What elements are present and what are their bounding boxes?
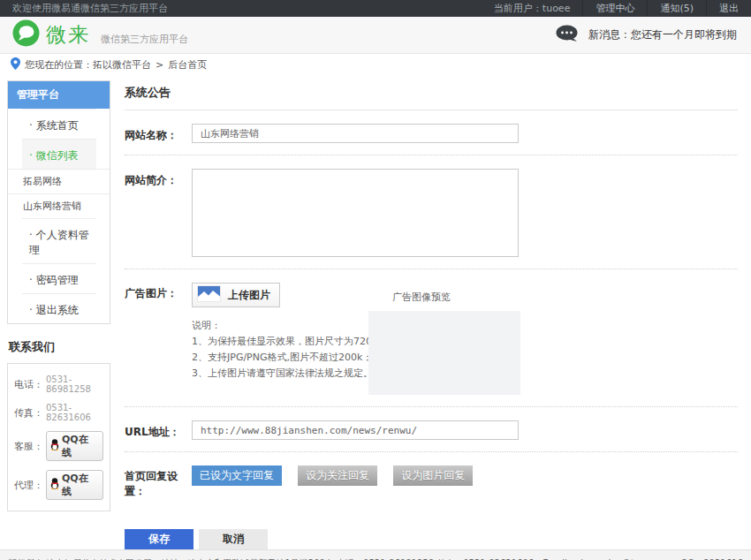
agent-qq-label: QQ在线 [62,472,97,498]
breadcrumb-prefix: 您现在的位置：拓以微信平台 [25,58,151,72]
site-intro-row: 网站简介： [125,169,738,257]
sidebar: 管理平台 系统首页 微信列表 拓易网络 山东网络营销 个人资料管理 密码管理 退… [7,80,110,511]
upload-notes: 说明： 1、为保持最佳显示效果，图片尺寸为720px*400px； 2、支持JP… [192,318,368,381]
breadcrumb: 您现在的位置：拓以微信平台 > 后台首页 [0,54,751,76]
reply-settings-row: 首页回复设置： 已设为文字回复 设为关注回复 设为图片回复 [125,465,738,499]
breadcrumb-separator: > [156,59,163,71]
logout-link[interactable]: 退出 [706,0,751,17]
sidebar-item-exit[interactable]: 退出系统 [22,293,96,323]
sidebar-subitem-shandong-marketing[interactable]: 山东网络营销 [8,193,110,218]
logo-text: 微来 [46,21,90,49]
ad-image-label: 广告图片： [125,283,192,395]
url-row: URL地址： [125,420,738,440]
site-name-input[interactable] [192,124,519,143]
topbar: 欢迎使用微易通微信第三方应用平台 当前用户：tuoee 管理中心 通知(5) 退… [0,0,751,17]
fax-label: 传真： [14,406,43,420]
form-actions: 保存 取消 [125,529,738,549]
welcome-text: 欢迎使用微易通微信第三方应用平台 [12,2,168,15]
logo-bubble-icon [12,19,40,50]
service-qq-label: QQ在线 [62,433,97,459]
fax-value: 0531-82631606 [46,403,103,422]
logo-subtitle: 微信第三方应用平台 [101,33,188,46]
site-intro-textarea[interactable] [192,169,519,257]
logo: 微来 微信第三方应用平台 [12,19,188,50]
follow-reply-button[interactable]: 设为关注回复 [298,465,377,486]
site-name-label: 网站名称： [125,124,192,143]
divider [125,269,738,269]
sidebar-menu: 管理平台 系统首页 微信列表 拓易网络 山东网络营销 个人资料管理 密码管理 退… [7,80,110,324]
ad-upload-column: 上传图片 说明： 1、为保持最佳显示效果，图片尺寸为720px*400px； 2… [192,283,368,395]
upload-image-button[interactable]: 上传图片 [192,283,280,307]
qq-penguin-icon [50,478,59,492]
note-line: 2、支持JPG/PNG格式,图片不超过200k； [192,350,368,365]
cancel-button[interactable]: 取消 [199,529,268,549]
contact-agent-row: 代理： QQ在线 [14,470,103,500]
text-reply-button[interactable]: 已设为文字回复 [192,465,282,486]
contact-title: 联系我们 [9,339,110,355]
sidebar-item-password[interactable]: 密码管理 [22,263,96,293]
reply-buttons-group: 已设为文字回复 设为关注回复 设为图片回复 [192,465,484,499]
current-user-label: 当前用户：tuoee [482,0,583,17]
contact-fax-row: 传真： 0531-82631606 [14,403,103,422]
sidebar-menu-title: 管理平台 [8,81,110,109]
phone-value: 0531-86981258 [46,375,103,394]
qq-penguin-icon [50,439,59,453]
ad-preview-box [368,311,520,395]
divider [125,155,738,155]
breadcrumb-current[interactable]: 后台首页 [168,58,207,72]
notes-title: 说明： [192,318,368,333]
topbar-links: 当前用户：tuoee 管理中心 通知(5) 退出 [482,0,751,17]
message-notice-text: 新消息：您还有一个月即将到期 [588,27,737,42]
divider [125,406,738,407]
reply-settings-label: 首页回复设置： [125,465,192,499]
note-line: 3、上传图片请遵守国家法律法规之规定。 [192,366,368,381]
sidebar-subitem-tuoyi-network[interactable]: 拓易网络 [8,169,110,193]
page-title: 系统公告 [125,85,738,110]
ad-preview-column: 广告图像预览 [368,283,520,395]
sidebar-item-wechat-list[interactable]: 微信列表 [22,139,96,169]
chat-bubble-icon [556,25,580,46]
notifications-link[interactable]: 通知(5) [647,0,706,17]
note-line: 1、为保持最佳显示效果，图片尺寸为720px*400px； [192,334,368,349]
url-input[interactable] [192,420,519,440]
service-qq-button[interactable]: QQ在线 [46,431,103,461]
main-panel: 系统公告 网站名称： 网站简介： 广告图片： [125,76,738,549]
divider [125,451,738,452]
save-button[interactable]: 保存 [125,529,193,549]
url-label: URL地址： [125,420,192,440]
phone-label: 电话： [14,378,43,391]
contact-service-row: 客服： QQ在线 [14,431,103,461]
admin-center-link[interactable]: 管理中心 [582,0,647,17]
ad-image-row: 广告图片： 上传图片 说明： 1、为保持最佳显示效果，图片尺寸为720px*40… [125,283,738,395]
contact-phone-row: 电话： 0531-86981258 [14,375,103,394]
ad-preview-label: 广告图像预览 [392,291,520,304]
image-thumbnail-icon [197,285,221,305]
message-notice-area: 新消息：您还有一个月即将到期 [556,25,737,46]
header: 微来 微信第三方应用平台 新消息：您还有一个月即将到期 [0,17,751,54]
location-pin-icon [11,57,20,72]
sidebar-item-profile[interactable]: 个人资料管理 [22,218,96,263]
contact-box: 电话： 0531-86981258 传真： 0531-82631606 客服： [7,363,110,511]
sidebar-item-system-home[interactable]: 系统首页 [22,109,96,139]
image-reply-button[interactable]: 设为图片回复 [393,465,473,486]
site-name-row: 网站名称： [125,124,738,143]
agent-qq-button[interactable]: QQ在线 [46,470,103,500]
footer: 版权所有 济南拓易信息技术有限公司 地址：济南市和平路诚基新天地1号楼309室 … [0,549,751,560]
agent-label: 代理： [14,479,43,492]
upload-button-label: 上传图片 [228,288,270,303]
content-area: 管理平台 系统首页 微信列表 拓易网络 山东网络营销 个人资料管理 密码管理 退… [0,76,751,549]
site-intro-label: 网站简介： [125,169,192,257]
service-label: 客服： [14,440,43,453]
